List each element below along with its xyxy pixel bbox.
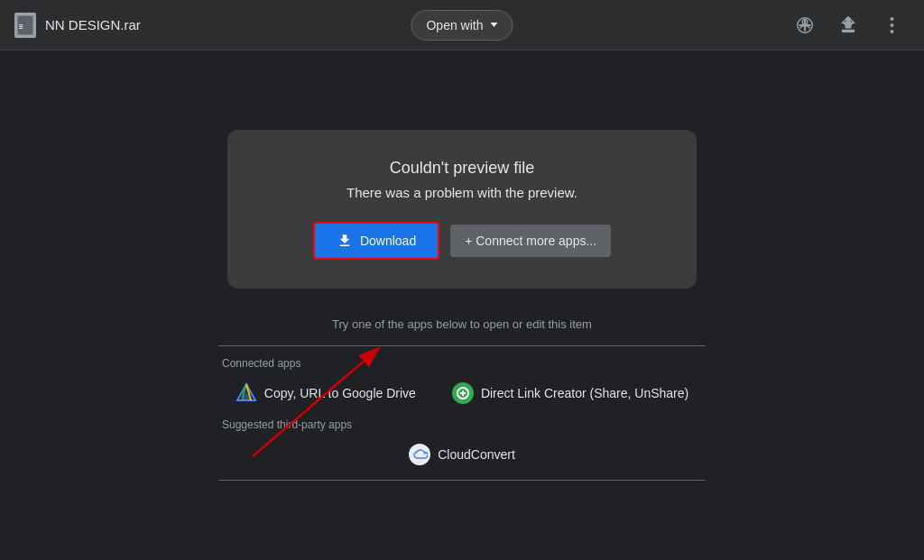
app-name-direct-link: Direct Link Creator (Share, UnShare) <box>481 386 688 400</box>
app-item-cloudconvert[interactable]: CloudConvert <box>402 440 522 469</box>
file-type-icon: ≡ <box>14 13 36 38</box>
apps-section: Try one of the apps below to open or edi… <box>218 317 706 481</box>
open-with-label: Open with <box>426 18 483 32</box>
svg-point-3 <box>890 17 893 21</box>
open-with-button[interactable]: Open with <box>411 10 513 41</box>
preview-actions: Download + Connect more apps... <box>263 222 661 260</box>
apps-hint: Try one of the apps below to open or edi… <box>218 317 706 331</box>
header-left: ≡ NN DESIGN.rar <box>14 13 141 38</box>
header: ≡ NN DESIGN.rar Open with <box>0 0 924 50</box>
direct-link-icon <box>452 382 474 404</box>
connected-apps-label: Connected apps <box>218 357 706 370</box>
suggested-apps-label: Suggested third-party apps <box>218 418 706 431</box>
connected-apps-row: Copy, URL to Google Drive Direct Link Cr… <box>218 379 706 408</box>
header-right <box>787 7 910 43</box>
app-item-direct-link[interactable]: Direct Link Creator (Share, UnShare) <box>445 379 696 408</box>
header-center: Open with <box>411 10 513 41</box>
app-item-google-drive[interactable]: Copy, URL to Google Drive <box>228 379 423 408</box>
cloudconvert-icon <box>409 444 430 465</box>
red-arrow-annotation <box>0 50 924 560</box>
file-name: NN DESIGN.rar <box>45 17 141 32</box>
svg-point-4 <box>890 23 893 27</box>
connect-more-apps-button[interactable]: + Connect more apps... <box>450 225 611 257</box>
download-button-header[interactable] <box>830 7 866 43</box>
main-content: Couldn't preview file There was a proble… <box>0 50 924 560</box>
more-options-button[interactable] <box>873 7 910 43</box>
download-label: Download <box>360 234 416 248</box>
add-person-button[interactable] <box>787 7 823 43</box>
download-button[interactable]: Download <box>313 222 439 260</box>
download-icon <box>337 233 353 249</box>
connect-label: + Connect more apps... <box>465 234 596 248</box>
svg-text:≡: ≡ <box>19 23 23 31</box>
divider-bottom <box>218 480 706 481</box>
google-drive-icon <box>236 382 257 404</box>
app-name-google-drive: Copy, URL to Google Drive <box>264 386 416 400</box>
chevron-down-icon <box>491 23 498 27</box>
preview-card: Couldn't preview file There was a proble… <box>227 130 697 289</box>
preview-title: Couldn't preview file <box>263 159 661 178</box>
app-name-cloudconvert: CloudConvert <box>438 447 515 462</box>
divider-top <box>218 345 706 346</box>
suggested-apps-row: CloudConvert <box>218 440 706 469</box>
preview-subtitle: There was a problem with the preview. <box>263 185 661 200</box>
svg-point-5 <box>890 30 893 33</box>
